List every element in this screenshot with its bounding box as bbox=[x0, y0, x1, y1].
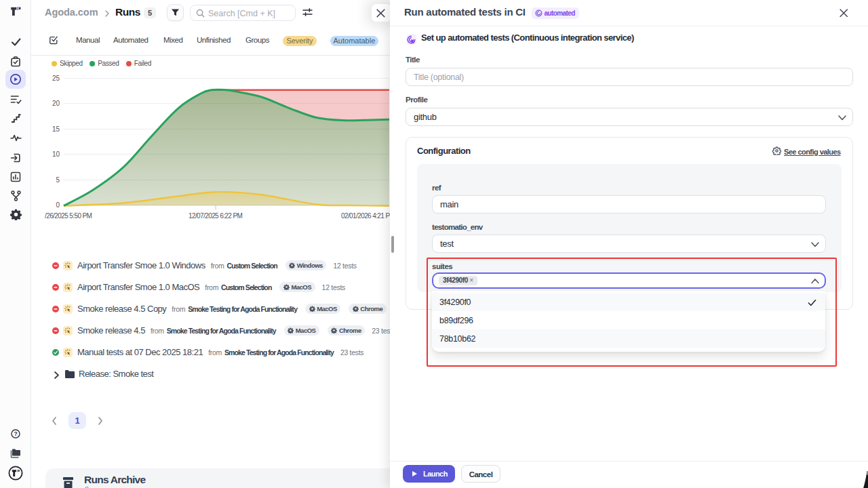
svg-text:10: 10 bbox=[52, 150, 60, 158]
svg-text:/26/2025 5:50 PM: /26/2025 5:50 PM bbox=[45, 212, 92, 220]
svg-text:0: 0 bbox=[56, 201, 60, 209]
svg-text:?: ? bbox=[14, 430, 17, 437]
svg-text:20: 20 bbox=[52, 100, 60, 107]
svg-text:02/01/2026 4:21 PM: 02/01/2026 4:21 PM bbox=[341, 212, 390, 220]
svg-text:5: 5 bbox=[56, 176, 60, 184]
svg-text:15: 15 bbox=[52, 125, 60, 133]
svg-text:25: 25 bbox=[52, 75, 60, 82]
svg-text:12/07/2025 6:22 PM: 12/07/2025 6:22 PM bbox=[189, 212, 243, 220]
